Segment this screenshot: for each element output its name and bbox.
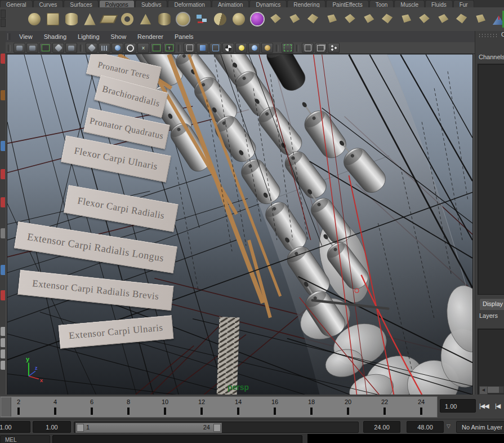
shelf-tab-rendering[interactable]: Rendering xyxy=(287,0,325,8)
layer-editor-list[interactable]: ◀ xyxy=(478,329,504,396)
scroll-track[interactable] xyxy=(488,386,504,393)
poly-pipe-icon[interactable] xyxy=(155,8,173,30)
range-slider-bar[interactable]: 1 24 xyxy=(75,423,222,433)
light-yellow-icon[interactable] xyxy=(235,43,247,53)
scroll-left-icon[interactable]: ◀ xyxy=(479,386,488,395)
scale-tool-icon[interactable] xyxy=(1,197,5,207)
shelf-tab-toon[interactable]: Toon xyxy=(369,0,394,8)
shelf-tab-animation[interactable]: Animation xyxy=(212,0,249,8)
channel-box-list[interactable] xyxy=(478,64,504,295)
poly-tool-12-icon[interactable] xyxy=(471,8,489,30)
wireframe-icon[interactable] xyxy=(86,43,97,53)
shelf-tab-deformation[interactable]: Deformation xyxy=(168,0,211,8)
mel-toggle-button[interactable]: MEL xyxy=(0,435,50,443)
checker-ball-icon[interactable] xyxy=(222,43,234,53)
poly-tool-4-icon[interactable] xyxy=(322,8,341,30)
wire-blue-cube-icon[interactable] xyxy=(209,43,221,53)
layer-hscrollbar[interactable]: ◀ xyxy=(479,386,504,393)
menu-view[interactable]: View xyxy=(14,32,38,42)
shelf-tab-dynamics[interactable]: Dynamics xyxy=(249,0,287,8)
xray-cube-icon[interactable] xyxy=(302,43,314,53)
range-slider-track[interactable]: 1 24 xyxy=(74,422,359,433)
shaded-icon[interactable] xyxy=(111,43,123,53)
film-gate-icon[interactable] xyxy=(99,43,110,53)
smooth-sphere-icon[interactable] xyxy=(229,8,248,30)
scroll-thumb[interactable] xyxy=(488,387,499,393)
dock-grip[interactable] xyxy=(478,33,497,37)
show-manip-icon[interactable] xyxy=(1,290,5,300)
menu-show[interactable]: Show xyxy=(105,32,132,42)
rotate-tool-icon[interactable] xyxy=(1,169,5,179)
shelf-tab-subdivs[interactable]: Subdivs xyxy=(135,0,168,8)
range-start-handle[interactable] xyxy=(77,424,84,432)
animation-end-field[interactable]: 48.00 xyxy=(407,421,444,433)
poly-pyramid-icon[interactable] xyxy=(136,8,155,30)
no-lights-icon[interactable]: × xyxy=(137,43,149,53)
layout-split-button[interactable] xyxy=(1,361,5,370)
poly-tool-8-icon[interactable] xyxy=(396,8,415,30)
isolate-select-icon[interactable] xyxy=(282,43,293,53)
shaded-cube-icon[interactable] xyxy=(197,43,208,53)
share-nodes-icon[interactable] xyxy=(328,43,340,53)
poly-tool-1-icon[interactable] xyxy=(266,8,285,30)
current-time-field[interactable]: 1.00 xyxy=(440,399,476,413)
light-gold-icon[interactable] xyxy=(261,43,273,53)
layout-single-button[interactable] xyxy=(1,327,5,336)
go-to-start-button[interactable]: |◀◀ xyxy=(479,400,489,412)
anim-layer-dropdown-icon[interactable]: ▽ xyxy=(447,423,451,429)
wire-cube-icon[interactable] xyxy=(184,43,195,53)
anim-layer-field[interactable]: No Anim Layer xyxy=(456,421,504,433)
time-slider[interactable]: 2 4 6 8 10 12 14 16 18 20 22 24 xyxy=(0,396,438,418)
universal-manip-icon[interactable] xyxy=(1,228,5,238)
camera-icon[interactable] xyxy=(14,43,25,53)
bookmark-icon[interactable] xyxy=(39,43,51,53)
panel-grip[interactable] xyxy=(7,33,10,40)
shelf-tab-general[interactable]: General xyxy=(0,0,33,8)
poly-half-sphere-icon[interactable] xyxy=(211,8,229,30)
shelf-tab-surfaces[interactable]: Surfaces xyxy=(64,0,98,8)
soft-mod-tool-icon[interactable] xyxy=(1,265,5,275)
command-input[interactable] xyxy=(52,435,302,443)
poly-tool-9-icon[interactable] xyxy=(415,8,434,30)
poly-sphere-icon[interactable] xyxy=(25,8,43,30)
poly-platonic-icon[interactable] xyxy=(173,8,192,30)
poly-tool-10-icon[interactable] xyxy=(434,8,452,30)
playback-start-field[interactable]: 1.00 xyxy=(33,421,71,433)
image-plane-icon[interactable] xyxy=(52,43,64,53)
range-end-handle[interactable] xyxy=(213,424,221,432)
menu-lighting[interactable]: Lighting xyxy=(72,32,105,42)
playback-end-field[interactable]: 24.00 xyxy=(363,421,400,433)
shelf-tab-fluids[interactable]: Fluids xyxy=(425,0,453,8)
light-blue-icon[interactable] xyxy=(248,43,260,53)
camera-select-icon[interactable] xyxy=(26,43,38,53)
current-frame-marker[interactable] xyxy=(1,397,11,417)
poly-tool-11-icon[interactable] xyxy=(452,8,471,30)
shelf-tab-muscle[interactable]: Muscle xyxy=(394,0,425,8)
viewport-canvas[interactable]: y x z persp Pronator Teres Brachioradial… xyxy=(7,54,473,396)
channels-menu[interactable]: Channels xyxy=(479,54,504,60)
poly-tool-2-icon[interactable] xyxy=(285,8,304,30)
menu-panels[interactable]: Panels xyxy=(169,32,199,42)
multi-pane-icon[interactable] xyxy=(315,43,327,53)
poly-scatter-icon[interactable] xyxy=(192,8,211,30)
layout-persp-outliner-button[interactable] xyxy=(1,349,5,358)
poly-tool-6-icon[interactable] xyxy=(359,8,378,30)
subdiv-proxy-icon[interactable] xyxy=(248,8,266,30)
vertex-color-icon[interactable] xyxy=(150,43,162,53)
layout-four-button[interactable] xyxy=(1,338,5,347)
texture-placement-icon[interactable]: T xyxy=(163,43,175,53)
poly-tool-5-icon[interactable] xyxy=(341,8,359,30)
shelf-tab-fur[interactable]: Fur xyxy=(453,0,474,8)
animation-start-field[interactable]: 1.00 xyxy=(0,421,30,433)
shelf-tab-curves[interactable]: Curves xyxy=(33,0,64,8)
step-back-button[interactable]: |◀ xyxy=(495,400,500,412)
shelf-switch-down-button[interactable] xyxy=(1,19,6,27)
poly-torus-icon[interactable] xyxy=(118,8,136,30)
poly-tool-3-icon[interactable] xyxy=(304,8,322,30)
poly-cylinder-icon[interactable] xyxy=(62,8,81,30)
poly-plane-icon[interactable] xyxy=(99,8,118,30)
poly-cube-icon[interactable] xyxy=(43,8,62,30)
poly-cone-icon[interactable] xyxy=(81,8,99,30)
move-tool-icon[interactable] xyxy=(1,141,5,151)
shelf-tab-painteffects[interactable]: PaintEffects xyxy=(326,0,368,8)
